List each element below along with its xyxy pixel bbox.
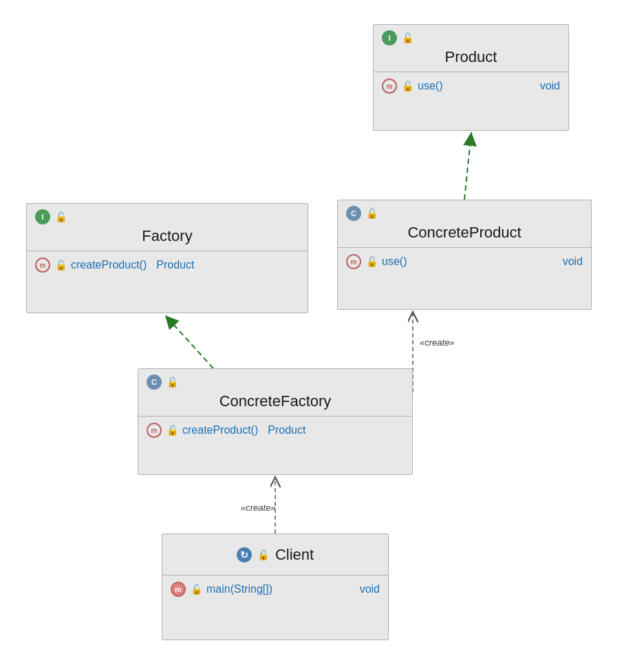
svg-line-2 (165, 315, 213, 368)
factory-title: Factory (35, 227, 299, 245)
factory-return-type: Product (156, 259, 194, 271)
concrete-factory-class: C 🔓 ConcreteFactory m 🔓 createProduct() … (138, 368, 413, 475)
client-method-lock: 🔓 (190, 583, 202, 595)
product-title: Product (382, 48, 560, 66)
concrete-factory-lock-icon: 🔓 (166, 376, 178, 388)
client-return-type: void (360, 583, 380, 595)
concrete-factory-return-type: Product (268, 424, 305, 436)
client-class: ↻ 🔓 Client m 🔓 main(String[]) void (162, 534, 389, 640)
factory-class: I 🔓 Factory m 🔓 createProduct() Product (26, 203, 308, 313)
factory-lock-icon: 🔓 (54, 211, 67, 223)
concrete-product-class: C 🔓 ConcreteProduct m 🔓 use() void (337, 200, 592, 310)
concrete-product-method-lock: 🔓 (365, 255, 378, 268)
factory-method-name: createProduct() (71, 259, 147, 271)
svg-line-1 (464, 132, 471, 200)
concrete-factory-badge-c: C (147, 375, 162, 390)
client-badge-c: ↻ (237, 547, 252, 562)
create-label-2: «create» (241, 503, 276, 513)
concrete-product-title: ConcreteProduct (346, 224, 583, 242)
create-label-1: «create» (420, 337, 455, 348)
product-method-lock: 🔓 (401, 80, 414, 92)
client-method-name: main(String[]) (206, 583, 272, 595)
concrete-factory-title: ConcreteFactory (147, 392, 404, 410)
product-badge-i: I (382, 30, 397, 45)
concrete-factory-method-lock: 🔓 (166, 424, 178, 436)
concrete-factory-method-name: createProduct() (182, 424, 258, 436)
concrete-product-method-name: use() (382, 255, 407, 268)
diagram-container: «create» «create» I 🔓 Product m 🔓 use() … (0, 0, 644, 654)
product-method-name: use() (418, 80, 442, 92)
concrete-product-return-type: void (563, 255, 583, 268)
factory-method-badge: m (35, 257, 50, 273)
concrete-product-badge-c: C (346, 206, 361, 221)
client-lock-icon: 🔓 (257, 549, 270, 561)
factory-method-lock: 🔓 (54, 259, 67, 271)
concrete-product-method-badge: m (346, 254, 361, 269)
concrete-factory-method-badge: m (147, 423, 162, 438)
product-lock-icon: 🔓 (401, 32, 414, 44)
client-title: Client (275, 546, 314, 564)
factory-badge-i: I (35, 209, 50, 224)
product-method-badge: m (382, 78, 397, 94)
product-class: I 🔓 Product m 🔓 use() void (373, 24, 569, 131)
concrete-product-lock-icon: 🔓 (365, 207, 378, 220)
client-method-badge: m (171, 582, 186, 597)
product-return-type: void (540, 80, 560, 92)
